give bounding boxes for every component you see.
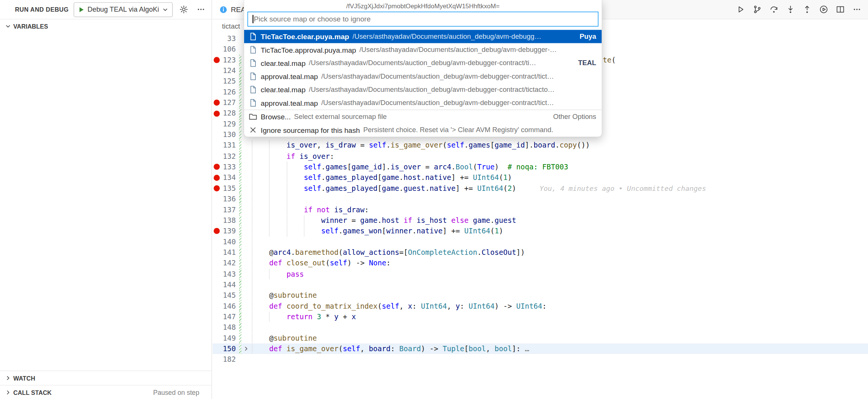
breakpoint-gutter[interactable] [212, 194, 221, 204]
fold-gutter [241, 268, 251, 279]
breakpoint-gutter[interactable] [212, 204, 221, 215]
chevron-right-icon [5, 389, 12, 396]
step-over-icon[interactable] [767, 3, 781, 17]
breakpoint-gutter[interactable] [212, 258, 221, 268]
vscode-window: RUN AND DEBUG Debug TEAL via AlgoKi VARI… [0, 0, 868, 399]
code-content: return 3 * y + x [250, 311, 868, 322]
code-line: 148 [212, 322, 868, 333]
breakpoint-icon[interactable] [214, 228, 220, 234]
quickpick-item[interactable]: approval.teal.map/Users/asthayadav/Docum… [244, 96, 602, 110]
breakpoint-gutter[interactable] [212, 236, 221, 247]
code-line: 144 [212, 279, 868, 290]
code-line: 132 if is_over: [212, 151, 868, 161]
code-content: if is_over: [250, 151, 868, 161]
breakpoint-icon[interactable] [214, 100, 220, 106]
run-and-debug-sidebar: RUN AND DEBUG Debug TEAL via AlgoKi VARI… [0, 0, 212, 399]
variables-section-header[interactable]: VARIABLES [0, 19, 211, 33]
branch-icon[interactable] [750, 3, 764, 17]
breakpoint-gutter[interactable] [212, 279, 221, 290]
quickpick-widget: /fVJ5zgXjJdxi7pmobtOepkHfdoMyetXqW15Hhft… [244, 0, 602, 137]
watch-section-header[interactable]: WATCH [0, 370, 211, 385]
launch-config-dropdown[interactable]: Debug TEAL via AlgoKi [73, 2, 173, 17]
line-number: 132 [221, 151, 236, 161]
breakpoint-gutter[interactable] [212, 140, 221, 151]
code-content: is_over, is_draw = self.is_game_over(sel… [250, 140, 868, 151]
code-content [250, 194, 868, 204]
quickpick-item-description: /Users/asthayadav/Documents/auction_debu… [359, 46, 557, 54]
line-number: 129 [221, 119, 236, 129]
line-number: 124 [221, 65, 236, 76]
fold-gutter[interactable] [241, 343, 251, 354]
quickpick-item-label: TicTacToe.clear.puya.map [261, 32, 349, 41]
quickpick-item[interactable]: clear.teal.map/Users/asthayadav/Document… [244, 56, 602, 70]
breakpoint-icon[interactable] [214, 164, 220, 170]
fold-gutter [241, 226, 251, 236]
breakpoint-gutter[interactable] [212, 343, 221, 354]
quickpick-item[interactable]: Ignore sourcemap for this hashPersistent… [244, 123, 602, 137]
breakpoint-gutter[interactable] [212, 290, 221, 300]
fold-gutter [241, 258, 251, 268]
breakpoint-gutter[interactable] [212, 129, 221, 140]
line-number: 144 [221, 279, 236, 290]
breakpoint-gutter[interactable] [212, 76, 221, 87]
quickpick-item-description: /Users/asthayadav/Documents/auction_debu… [309, 86, 555, 94]
breakpoint-gutter[interactable] [212, 172, 221, 183]
breakpoint-gutter[interactable] [212, 87, 221, 97]
breakpoint-gutter[interactable] [212, 311, 221, 322]
variables-label: VARIABLES [13, 23, 48, 30]
quickpick-item-label: approval.teal.map [261, 99, 318, 107]
step-into-icon[interactable] [783, 3, 797, 17]
split-editor-icon[interactable] [833, 3, 847, 17]
breakpoint-gutter[interactable] [212, 33, 221, 44]
breakpoint-gutter[interactable] [212, 108, 221, 119]
quickpick-item[interactable]: clear.teal.map/Users/asthayadav/Document… [244, 83, 602, 96]
file-icon [249, 99, 258, 108]
breakpoint-gutter[interactable] [212, 151, 221, 161]
code-line: 146 def coord_to_matrix_index(self, x: U… [212, 301, 868, 311]
line-number: 127 [221, 97, 236, 108]
run-circle-icon[interactable] [816, 3, 830, 17]
breakpoint-icon[interactable] [214, 185, 220, 191]
quickpick-title: /fVJ5zgXjJdxi7pmobtOepkHfdoMyetXqW15Hhft… [244, 0, 602, 9]
run-icon[interactable] [734, 3, 747, 17]
quickpick-group-label: Other Options [553, 113, 596, 121]
line-number: 141 [221, 247, 236, 258]
breakpoint-gutter[interactable] [212, 97, 221, 108]
breakpoint-gutter[interactable] [212, 119, 221, 129]
breakpoint-gutter[interactable] [212, 268, 221, 279]
breakpoint-icon[interactable] [214, 110, 220, 116]
breakpoint-gutter[interactable] [212, 161, 221, 172]
start-debug-icon[interactable] [78, 6, 85, 13]
code-line: 134 self.games_played[game.host.native] … [212, 172, 868, 183]
quickpick-item[interactable]: approval.teal.map/Users/asthayadav/Docum… [244, 70, 602, 83]
code-line: 138 winner = game.host if is_host else g… [212, 215, 868, 225]
breakpoint-gutter[interactable] [212, 55, 221, 65]
breakpoint-gutter[interactable] [212, 354, 221, 365]
breakpoint-gutter[interactable] [212, 247, 221, 258]
breakpoint-gutter[interactable] [212, 322, 221, 333]
step-out-icon[interactable] [800, 3, 814, 17]
breakpoint-gutter[interactable] [212, 333, 221, 343]
quickpick-item-badge: Puya [580, 33, 596, 41]
gear-icon[interactable] [178, 3, 190, 15]
breakpoint-gutter[interactable] [212, 65, 221, 76]
breakpoint-gutter[interactable] [212, 226, 221, 236]
breakpoint-icon[interactable] [214, 175, 220, 181]
breakpoint-gutter[interactable] [212, 183, 221, 193]
quickpick-input[interactable] [253, 15, 597, 23]
code-line: 142 def close_out(self) -> None: [212, 258, 868, 268]
breakpoint-gutter[interactable] [212, 44, 221, 55]
call-stack-section-header[interactable]: CALL STACK Paused on step [0, 385, 211, 399]
breakpoint-gutter[interactable] [212, 301, 221, 311]
quickpick-item[interactable]: TicTacToe.clear.puya.map/Users/asthayada… [244, 30, 602, 43]
more-icon[interactable] [850, 3, 864, 17]
code-content: self.games_won[winner.native] += UInt64(… [250, 226, 868, 236]
file-icon [249, 45, 258, 54]
quickpick-item[interactable]: TicTacToe.approval.puya.map/Users/asthay… [244, 43, 602, 56]
more-actions-icon[interactable] [195, 3, 207, 15]
breadcrumb-item[interactable]: tictact [222, 23, 240, 30]
breakpoint-icon[interactable] [214, 57, 220, 63]
line-number: 123 [221, 55, 236, 65]
breakpoint-gutter[interactable] [212, 215, 221, 225]
quickpick-item[interactable]: Browse...Select external sourcemap fileO… [244, 110, 602, 123]
